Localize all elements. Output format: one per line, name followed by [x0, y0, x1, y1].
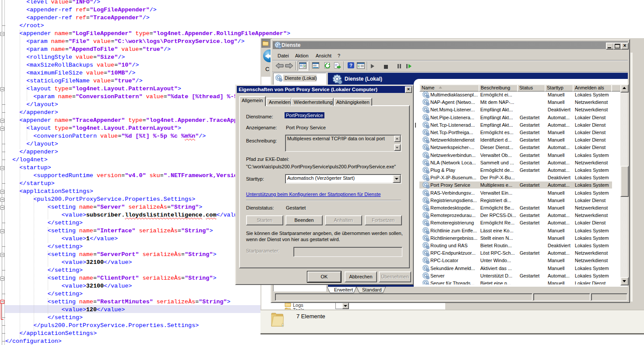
- svg-text:Standard: Standard: [362, 287, 382, 292]
- svg-text:?: ?: [349, 63, 352, 68]
- svg-text:Erweitert: Erweitert: [334, 287, 353, 292]
